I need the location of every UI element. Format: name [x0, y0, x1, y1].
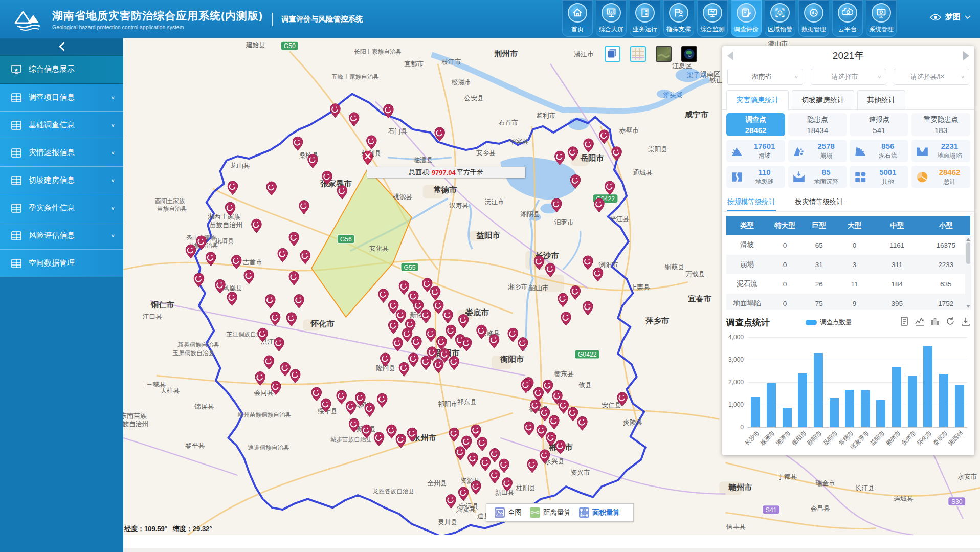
scroll-up-icon[interactable]	[966, 238, 970, 241]
map-label: 韶山市	[528, 284, 549, 292]
map-label: 于都县	[777, 473, 797, 480]
bar-张家界市[interactable]	[861, 390, 870, 427]
map-label: 汉寿县	[449, 202, 469, 209]
scrollbar-thumb[interactable]	[966, 242, 970, 264]
barchart-icon[interactable]	[930, 317, 940, 328]
tab-灾害隐患统计[interactable]: 灾害隐患统计	[726, 90, 789, 110]
chart-legend[interactable]: 调查点数量	[806, 318, 852, 327]
sidebar-item-孕灾条件信息[interactable]: 孕灾条件信息∨	[0, 194, 123, 222]
row-value: 26	[802, 280, 836, 288]
chevron-down-icon: ∨	[110, 178, 115, 183]
summary-card-重要隐患点[interactable]: 重要隐患点183	[911, 113, 970, 136]
bar-slot-湘潭市: 湘潭市	[779, 337, 795, 427]
hazard-card-地面塌陷[interactable]: 2231地面塌陷	[911, 140, 970, 162]
region-select-2[interactable]: 请选择县/区∨	[894, 69, 969, 85]
bar-湘潭市[interactable]	[783, 408, 792, 427]
measure-tool-距离量算[interactable]: 距离量算	[530, 507, 571, 518]
bar-湘西州[interactable]	[955, 385, 964, 427]
nav-item-首页[interactable]: 首页	[562, 0, 593, 37]
map-label: 赤壁市	[619, 126, 639, 134]
nav-item-云平台[interactable]: 云平台	[832, 0, 863, 37]
sidebar-item-切坡建房信息[interactable]: 切坡建房信息∨	[0, 167, 123, 194]
hazard-label: 滑坡	[759, 151, 771, 160]
table-row-崩塌[interactable]: 崩塌03133112233	[726, 255, 970, 274]
hazard-card-崩塌[interactable]: 2578崩塌	[788, 140, 847, 162]
hazard-card-其他[interactable]: 5001其他	[850, 166, 908, 188]
nav-item-综合监测[interactable]: 综合监测	[697, 0, 728, 37]
next-year-button[interactable]	[963, 51, 969, 60]
bar-永州市[interactable]	[908, 376, 917, 427]
hazard-card-滑坡[interactable]: 17601滑坡	[726, 140, 785, 162]
roadmap-thumb[interactable]	[630, 46, 646, 62]
row-value: 0	[768, 241, 802, 249]
svg-text:S41: S41	[766, 506, 777, 514]
sidebar-item-空间数据管理[interactable]: 空间数据管理	[0, 250, 123, 277]
earth-thumb[interactable]	[681, 46, 697, 62]
map-label: 常德市	[433, 185, 457, 194]
user-box[interactable]: 梦图	[930, 12, 971, 22]
sidebar-item-风险评估信息[interactable]: 风险评估信息∨	[0, 222, 123, 250]
map-label: 会同县	[254, 389, 274, 396]
satellite-thumb[interactable]	[656, 46, 672, 62]
sidebar-item-调查项目信息[interactable]: 调查项目信息∨	[0, 84, 123, 112]
nav-item-综合大屏[interactable]: 综合大屏	[596, 0, 627, 37]
table-row-泥石流[interactable]: 泥石流02611184635	[726, 274, 970, 294]
measure-tool-面积量算[interactable]: 面积量算	[579, 507, 620, 518]
bar-邵阳市[interactable]	[814, 353, 823, 427]
bar-常德市[interactable]	[845, 390, 854, 427]
sidebar-item-综合信息展示[interactable]: 综合信息展示	[0, 55, 123, 84]
nav-item-区域预警[interactable]: 区域预警	[765, 0, 795, 37]
display-icon	[11, 65, 21, 74]
summary-card-速报点[interactable]: 速报点541	[850, 113, 908, 136]
table-row-滑坡[interactable]: 滑坡0650116116375	[726, 235, 970, 255]
nav-item-调查评价[interactable]: 调查评价	[731, 0, 762, 37]
bar-益阳市[interactable]	[876, 400, 885, 427]
nav-item-指挥支撑[interactable]: 指挥支撑	[663, 0, 694, 37]
summary-card-调查点[interactable]: 调查点28462	[726, 113, 785, 136]
table-scrollbar[interactable]	[965, 236, 971, 310]
line-icon[interactable]	[915, 317, 924, 328]
bigscreen-icon	[602, 3, 621, 23]
sidebar-item-基础调查信息[interactable]: 基础调查信息∨	[0, 112, 123, 139]
region-select-1[interactable]: 请选择市∨	[811, 69, 886, 85]
hazard-card-泥石流[interactable]: 856泥石流	[850, 140, 908, 162]
hazard-card-地面沉降[interactable]: 85地面沉降	[788, 166, 847, 188]
map-label: 铜鼓县	[664, 263, 685, 271]
bar-衡阳市[interactable]	[798, 373, 807, 427]
table-row-地面塌陷[interactable]: 地面塌陷07593951752	[726, 294, 970, 310]
stat-cards: 调查点28462隐患点18434速报点541重要隐患点183 17601滑坡25…	[722, 110, 974, 193]
measure-tool-全图[interactable]: 全图	[495, 507, 522, 518]
bar-娄底市[interactable]	[939, 374, 948, 427]
tab-切坡建房统计[interactable]: 切坡建房统计	[792, 90, 854, 109]
bar-岳阳市[interactable]	[830, 398, 839, 427]
subtab-按灾情等级统计[interactable]: 按灾情等级统计	[795, 193, 844, 211]
app-header: 湖南省地质灾害防治综合应用系统(内测版) Geological hazard p…	[0, 0, 980, 38]
nav-item-业务运行[interactable]: 业务运行	[630, 0, 660, 37]
summary-card-隐患点[interactable]: 隐患点18434	[788, 113, 847, 136]
table-header-中型: 中型	[873, 221, 921, 230]
command-icon	[669, 3, 688, 23]
download-icon[interactable]	[961, 317, 970, 328]
bar-怀化市[interactable]	[923, 346, 932, 427]
app-subtitle: Geological hazard protection control app…	[52, 24, 263, 30]
sidebar-collapse-button[interactable]	[0, 38, 123, 55]
sidebar-item-灾情速报信息[interactable]: 灾情速报信息∨	[0, 139, 123, 167]
hazard-value: 85	[822, 168, 831, 176]
hazard-card-地裂缝[interactable]: 110地裂缝	[726, 166, 785, 188]
nav-item-数据管理[interactable]: 数据管理	[798, 0, 829, 37]
layers-icon[interactable]	[605, 46, 620, 62]
nav-item-系统管理[interactable]: 系统管理	[866, 0, 897, 37]
scroll-down-icon[interactable]	[966, 305, 970, 308]
bar-株洲市[interactable]	[767, 383, 776, 427]
region-select-0[interactable]: 湖南省∨	[727, 69, 803, 85]
road-badge: S41	[763, 505, 780, 514]
refresh-icon[interactable]	[946, 317, 955, 328]
tab-其他统计[interactable]: 其他统计	[857, 90, 905, 109]
bar-郴州市[interactable]	[892, 367, 901, 427]
hazard-card-总计[interactable]: 28462总计	[911, 166, 970, 188]
bar-长沙市[interactable]	[751, 397, 760, 427]
subtab-按规模等级统计[interactable]: 按规模等级统计	[727, 193, 776, 211]
map-label: 梁子湖	[687, 71, 706, 79]
doc-icon[interactable]	[900, 317, 909, 328]
prev-year-button[interactable]	[727, 51, 733, 60]
